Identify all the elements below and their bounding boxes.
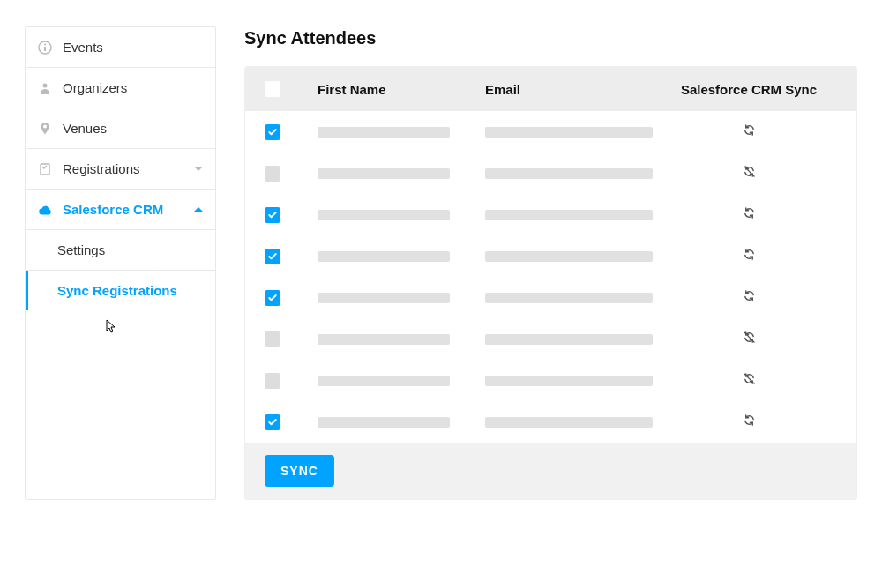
- table-row: [245, 235, 856, 277]
- table-row: [245, 111, 856, 153]
- sync-off-icon: [743, 372, 756, 385]
- email-placeholder: [485, 168, 653, 179]
- chevron-down-icon: [194, 167, 203, 171]
- sidebar-item-settings[interactable]: Settings: [26, 230, 215, 271]
- sidebar-item-label: Salesforce CRM: [63, 202, 163, 217]
- email-placeholder: [485, 210, 653, 220]
- sidebar-item-label: Registrations: [63, 161, 140, 176]
- first-name-placeholder: [318, 376, 450, 386]
- sidebar-item-organizers[interactable]: Organizers: [26, 68, 215, 108]
- column-header-first-name: First Name: [318, 82, 485, 97]
- sidebar-item-venues[interactable]: Venues: [26, 108, 215, 149]
- attendees-table: First Name Email Salesforce CRM Sync SYN…: [244, 66, 857, 500]
- sync-icon: [743, 206, 756, 220]
- column-header-sync: Salesforce CRM Sync: [661, 82, 837, 97]
- sync-off-icon: [743, 165, 756, 178]
- sync-icon: [743, 413, 756, 427]
- first-name-placeholder: [318, 168, 450, 179]
- user-icon: [38, 81, 52, 95]
- table-row: [245, 194, 856, 235]
- email-placeholder: [485, 127, 653, 138]
- email-placeholder: [485, 334, 653, 345]
- sidebar-item-label: Sync Registrations: [57, 283, 177, 298]
- sidebar-item-label: Organizers: [63, 80, 127, 95]
- row-checkbox[interactable]: [265, 331, 280, 347]
- table-row: [245, 401, 856, 443]
- info-icon: [38, 41, 52, 55]
- location-pin-icon: [38, 122, 52, 136]
- sidebar-item-label: Venues: [63, 121, 107, 136]
- column-header-email: Email: [485, 82, 661, 97]
- email-placeholder: [485, 376, 653, 386]
- row-checkbox[interactable]: [265, 373, 280, 389]
- sync-off-icon: [743, 331, 756, 344]
- table-header: First Name Email Salesforce CRM Sync: [245, 67, 856, 111]
- first-name-placeholder: [318, 334, 450, 345]
- first-name-placeholder: [318, 251, 450, 262]
- sync-button[interactable]: SYNC: [265, 455, 334, 487]
- sidebar-item-label: Settings: [57, 242, 105, 257]
- chevron-up-icon: [194, 207, 203, 212]
- table-footer: SYNC: [245, 443, 856, 499]
- email-placeholder: [485, 251, 653, 262]
- sync-icon: [743, 123, 756, 137]
- first-name-placeholder: [318, 417, 450, 428]
- first-name-placeholder: [318, 127, 450, 138]
- sync-icon: [743, 248, 756, 261]
- email-placeholder: [485, 417, 653, 428]
- page-title: Sync Attendees: [244, 28, 857, 48]
- sidebar-item-registrations[interactable]: Registrations: [26, 149, 215, 190]
- row-checkbox[interactable]: [265, 207, 280, 223]
- first-name-placeholder: [318, 293, 450, 303]
- cloud-icon: [38, 203, 52, 217]
- table-row: [245, 277, 856, 318]
- svg-rect-4: [41, 164, 49, 175]
- table-row: [245, 318, 856, 360]
- sidebar-item-events[interactable]: Events: [26, 27, 215, 68]
- row-checkbox[interactable]: [265, 249, 280, 264]
- sidebar-item-label: Events: [63, 40, 103, 55]
- sidebar: Events Organizers Venues Registrations: [25, 26, 216, 500]
- table-row: [245, 360, 856, 401]
- sync-icon: [743, 289, 756, 302]
- svg-point-3: [43, 83, 48, 87]
- row-checkbox[interactable]: [265, 166, 280, 182]
- row-checkbox[interactable]: [265, 414, 280, 430]
- svg-rect-1: [44, 47, 46, 51]
- svg-point-2: [44, 43, 46, 45]
- clipboard-icon: [38, 162, 52, 176]
- row-checkbox[interactable]: [265, 124, 280, 140]
- select-all-checkbox[interactable]: [265, 81, 280, 97]
- main-content: Sync Attendees First Name Email Salesfor…: [244, 26, 857, 500]
- sidebar-item-salesforce[interactable]: Salesforce CRM: [26, 190, 215, 230]
- sidebar-item-sync-registrations[interactable]: Sync Registrations: [26, 271, 215, 310]
- first-name-placeholder: [318, 210, 450, 220]
- row-checkbox[interactable]: [265, 290, 280, 306]
- table-row: [245, 153, 856, 194]
- email-placeholder: [485, 293, 653, 303]
